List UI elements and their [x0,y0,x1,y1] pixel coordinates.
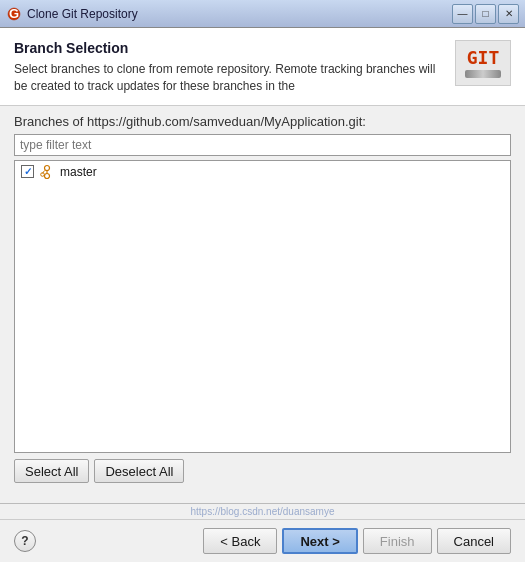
branch-item-master[interactable]: master [15,161,510,183]
svg-point-3 [45,173,50,178]
help-button[interactable]: ? [14,530,36,552]
git-logo-text: GIT [467,49,500,67]
finish-button[interactable]: Finish [363,528,432,554]
branches-label: Branches of https://github.com/samveduan… [14,114,511,129]
footer: ? < Back Next > Finish Cancel [0,519,525,562]
git-logo-bar [465,70,501,78]
branches-label-text: Branches of https://github.com/samveduan… [14,114,366,129]
branch-name-master: master [60,165,97,179]
next-button[interactable]: Next > [282,528,357,554]
header-section: Branch Selection Select branches to clon… [0,28,525,106]
filter-input[interactable] [14,134,511,156]
header-title: Branch Selection [14,40,445,56]
header-description: Select branches to clone from remote rep… [14,61,445,95]
deselect-all-button[interactable]: Deselect All [94,459,184,483]
footer-left: ? [14,530,36,552]
close-button[interactable]: ✕ [498,4,519,24]
header-text: Branch Selection Select branches to clon… [14,40,455,95]
back-button[interactable]: < Back [203,528,277,554]
svg-point-2 [45,165,50,170]
window-title: Clone Git Repository [27,7,452,21]
svg-text:G: G [9,7,19,21]
branch-checkbox-master[interactable] [21,165,34,178]
footer-buttons: < Back Next > Finish Cancel [203,528,511,554]
watermark: https://blog.csdn.net/duansamye [0,504,525,519]
main-section: Branches of https://github.com/samveduan… [0,106,525,495]
window-icon: G [6,6,22,22]
dialog-body: Branch Selection Select branches to clon… [0,28,525,562]
branch-icon [39,164,55,180]
select-all-button[interactable]: Select All [14,459,89,483]
git-logo: GIT [455,40,511,86]
branches-list: master [14,160,511,453]
select-buttons: Select All Deselect All [14,459,511,483]
maximize-button[interactable]: □ [475,4,496,24]
title-bar: G Clone Git Repository — □ ✕ [0,0,525,28]
minimize-button[interactable]: — [452,4,473,24]
cancel-button[interactable]: Cancel [437,528,511,554]
window-controls: — □ ✕ [452,4,519,24]
